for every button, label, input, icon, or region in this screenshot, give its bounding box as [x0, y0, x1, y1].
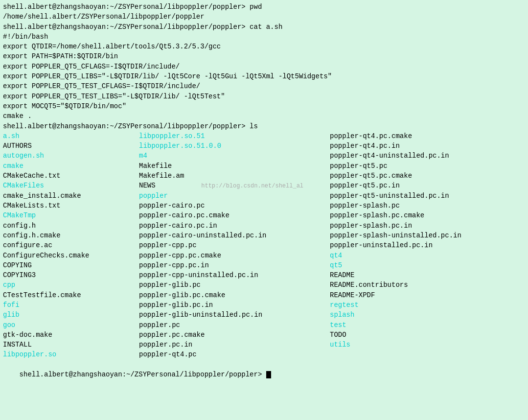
ls-item: poppler-glib.pc.in — [139, 300, 330, 310]
line-mocqt5: export MOCQT5="$QTDIR/bin/moc" — [3, 101, 525, 111]
ls-item: libpoppler.so.51 — [139, 131, 330, 141]
line-qt5-test-cflags: export POPPLER_QT5_TEST_CFLAGS=-I$QTDIR/… — [3, 81, 525, 91]
ls-item: poppler-cpp.pc.in — [139, 260, 330, 270]
ls-item: poppler-qt4-uninstalled.pc.in — [330, 151, 525, 161]
ls-item: cmake — [3, 161, 139, 171]
ls-item: poppler-qt5-uninstalled.pc.in — [330, 191, 525, 201]
ls-item: Makefile.am — [139, 171, 330, 181]
ls-item: qt5 — [330, 260, 525, 270]
ls-item: poppler-glib.pc — [139, 280, 330, 290]
ls-item — [330, 350, 525, 359]
ls-item: regtest — [330, 300, 525, 310]
ls-item: configure.ac — [3, 240, 139, 250]
ls-item: poppler-qt5.pc.in — [330, 181, 525, 190]
ls-item: poppler.pc.in — [139, 340, 330, 350]
ls-item: README.contributors — [330, 280, 525, 290]
ls-item: libpoppler.so.51.0.0 — [139, 141, 330, 151]
ls-item: poppler-cairo.pc.in — [139, 221, 330, 231]
ls-item: AUTHORS — [3, 141, 139, 151]
ls-item: CMakeLists.txt — [3, 201, 139, 210]
cursor — [266, 371, 271, 378]
ls-item: poppler-glib.pc.cmake — [139, 290, 330, 300]
line-cat-prompt: shell.albert@zhangshaoyan:~/ZSYPersonal/… — [3, 22, 525, 32]
ls-item: poppler-cpp.pc.cmake — [139, 251, 330, 260]
ls-item: poppler-splash.pc.in — [330, 221, 525, 231]
ls-item: autogen.sh — [3, 151, 139, 161]
ls-item: test — [330, 320, 525, 330]
ls-item: poppler-qt5.pc.cmake — [330, 171, 525, 181]
ls-item: TODO — [330, 330, 525, 340]
line-pwd-result: /home/shell.albert/ZSYPersonal/libpopple… — [3, 12, 525, 22]
ls-item: libpoppler.so — [3, 350, 139, 359]
ls-item: cmake_install.cmake — [3, 191, 139, 201]
line-final-prompt: shell.albert@zhangshaoyan:~/ZSYPersonal/… — [3, 360, 525, 390]
ls-item: glib — [3, 310, 139, 320]
ls-item: poppler-cpp.pc — [139, 240, 330, 250]
ls-item: poppler-splash.pc — [330, 201, 525, 210]
ls-item: README — [330, 270, 525, 280]
line-shebang: #!/bin/bash — [3, 32, 525, 42]
ls-output: a.sh libpoppler.so.51 poppler-qt4.pc.cma… — [3, 131, 525, 360]
ls-item: CMakeFiles — [3, 181, 139, 190]
ls-item: config.h.cmake — [3, 231, 139, 240]
line-qt5-test-libs: export POPPLER_QT5_TEST_LIBS="-L$QTDIR/l… — [3, 92, 525, 101]
ls-item: goo — [3, 320, 139, 330]
ls-item: poppler-splash-uninstalled.pc.in — [330, 231, 525, 240]
ls-item: poppler — [139, 191, 330, 201]
ls-item: CMakeTmp — [3, 210, 139, 220]
ls-item: COPYING3 — [3, 270, 139, 280]
ls-item: COPYING — [3, 260, 139, 270]
ls-item: Makefile — [139, 161, 330, 171]
ls-item: poppler-cpp-uninstalled.pc.in — [139, 270, 330, 280]
line-path: export PATH=$PATH:$QTDIR/bin — [3, 51, 525, 61]
ls-item: utils — [330, 340, 525, 350]
line-qt5-libs: export POPPLER_QT5_LIBS="-L$QTDIR/lib/ -… — [3, 71, 525, 81]
line-pwd-prompt: shell.albert@zhangshaoyan:~/ZSYPersonal/… — [3, 2, 525, 12]
ls-item: CTestTestfile.cmake — [3, 290, 139, 300]
ls-item: gtk-doc.make — [3, 330, 139, 340]
ls-item: ConfigureChecks.cmake — [3, 251, 139, 260]
ls-item: poppler-cairo.pc.cmake — [139, 210, 330, 220]
ls-item: poppler-qt4.pc.in — [330, 141, 525, 151]
ls-item: poppler-splash.pc.cmake — [330, 210, 525, 220]
ls-item: poppler-qt4.pc — [139, 350, 330, 359]
ls-item: INSTALL — [3, 340, 139, 350]
ls-item: cpp — [3, 280, 139, 290]
ls-item: splash — [330, 310, 525, 320]
ls-item: m4 — [139, 151, 330, 161]
line-qt5-cflags: export POPPLER_QT5_CFLAGS=-I$QTDIR/inclu… — [3, 62, 525, 71]
ls-item: poppler-cairo.pc — [139, 201, 330, 210]
line-cmake: cmake . — [3, 111, 525, 121]
ls-item: README-XPDF — [330, 290, 525, 300]
ls-item: config.h — [3, 221, 139, 231]
ls-item: poppler-cairo-uninstalled.pc.in — [139, 231, 330, 240]
ls-item: CMakeCache.txt — [3, 171, 139, 181]
line-ls-prompt: shell.albert@zhangshaoyan:~/ZSYPersonal/… — [3, 121, 525, 131]
ls-item: poppler.pc — [139, 320, 330, 330]
ls-item: qt4 — [330, 251, 525, 260]
ls-item: poppler-uninstalled.pc.in — [330, 240, 525, 250]
ls-item: NEWS http://blog.csdn.net/shell_al — [139, 181, 330, 190]
line-qtdir: export QTDIR=/home/shell.albert/tools/Qt… — [3, 42, 525, 51]
watermark: http://blog.csdn.net/shell_al — [156, 183, 303, 189]
ls-item: poppler-glib-uninstalled.pc.in — [139, 310, 330, 320]
ls-item: poppler.pc.cmake — [139, 330, 330, 340]
ls-item: fofi — [3, 300, 139, 310]
terminal: shell.albert@zhangshaoyan:~/ZSYPersonal/… — [0, 0, 528, 420]
ls-item: a.sh — [3, 131, 139, 141]
ls-item: poppler-qt4.pc.cmake — [330, 131, 525, 141]
ls-item: poppler-qt5.pc — [330, 161, 525, 171]
